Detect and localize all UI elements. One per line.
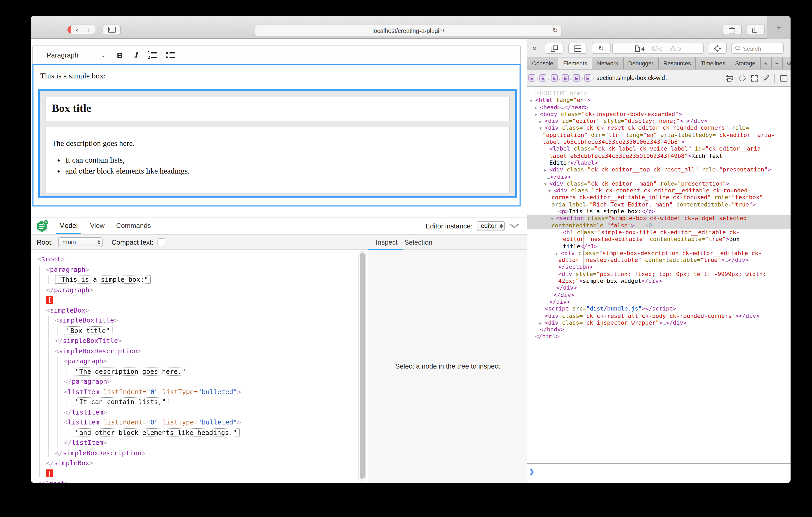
disclosure-closed-icon[interactable]: ▶ — [535, 104, 537, 111]
simple-box-title[interactable]: Box title — [46, 97, 510, 121]
disclosure-closed-icon[interactable]: ▶ — [544, 167, 547, 174]
model-tree-line[interactable]: [ — [31, 295, 368, 305]
model-tree-line[interactable]: <simpleBox> — [31, 305, 368, 315]
paragraph-style-dropdown[interactable]: Paragraph — [47, 51, 101, 59]
source-line[interactable]: ▶<div class="ck ck-editor__top ck-reset_… — [527, 166, 790, 174]
source-line[interactable]: 42px;">simple box widget</div> — [527, 278, 790, 285]
source-line[interactable]: ▼<body class="ck-inspector-body-expanded… — [527, 111, 790, 118]
model-tree-line[interactable]: <paragraph> — [31, 356, 368, 366]
source-line[interactable]: </section> — [527, 264, 790, 271]
inspector-tab-view[interactable]: View — [90, 217, 105, 234]
element-picker-button[interactable] — [708, 43, 727, 54]
disclosure-open-icon[interactable]: ▼ — [544, 181, 547, 188]
compact-text-checkbox[interactable] — [158, 238, 166, 246]
sidebar-toggle-button[interactable] — [103, 25, 121, 35]
editor-editable-area[interactable]: This is a simple box: Box title The desc… — [32, 64, 521, 207]
devtools-search-field[interactable]: Search — [731, 43, 784, 54]
source-line[interactable]: <p>This is a simple box:</p> — [527, 208, 790, 215]
breadcrumb-element-badge[interactable]: E — [551, 74, 557, 82]
source-line[interactable]: Editor</label> — [527, 159, 790, 166]
source-line[interactable]: ▶<head>…</head> — [527, 104, 790, 111]
breadcrumb-current[interactable]: section.simple-box.ck-wid… — [597, 75, 671, 81]
model-tree-line[interactable]: </listItem> — [31, 407, 368, 417]
tab-overflow-button[interactable]: » — [760, 58, 772, 69]
source-line[interactable]: ▼<div class="ck ck-content ck-editor__ed… — [527, 187, 790, 194]
intro-paragraph[interactable]: This is a simple box: — [40, 71, 520, 81]
model-tree-line[interactable]: "This is a simple box:" — [31, 274, 368, 285]
model-tree-line[interactable]: <simpleBoxDescription> — [31, 346, 368, 356]
disclosure-closed-icon[interactable]: ▶ — [556, 250, 558, 257]
bulleted-list-button[interactable] — [166, 51, 176, 59]
new-tab-button[interactable]: + — [767, 16, 790, 39]
source-line[interactable]: </html> — [527, 333, 790, 340]
list-item[interactable]: and other block elements like headings. — [65, 167, 509, 176]
inspector-tab-commands[interactable]: Commands — [116, 217, 151, 234]
breadcrumb-element-badge[interactable]: E — [584, 74, 591, 82]
devtools-tab-resources[interactable]: Resources — [659, 58, 696, 69]
source-line[interactable]: …</div> — [527, 173, 790, 180]
source-line[interactable]: aria-label="Rich Text Editor, main" cont… — [527, 201, 790, 208]
breadcrumb-element-badge[interactable]: E — [540, 74, 547, 82]
model-tree-line[interactable]: </simpleBox> — [31, 458, 368, 468]
source-line[interactable]: </div> — [527, 292, 790, 299]
share-button[interactable] — [722, 25, 742, 35]
close-devtools-button[interactable]: ✕ — [529, 43, 539, 54]
disclosure-closed-icon[interactable]: ▶ — [540, 118, 542, 125]
devtools-tab-elements[interactable]: Elements — [558, 58, 592, 69]
source-line[interactable]: <label class="ck ck-label ck-voice-label… — [527, 146, 790, 153]
disclosure-open-icon[interactable]: ▼ — [535, 111, 537, 118]
add-tab-button[interactable]: + — [772, 58, 783, 69]
model-tree-line[interactable]: "The description goes here." — [31, 366, 368, 376]
devtools-tab-console[interactable]: Console — [527, 58, 558, 69]
breadcrumb-element-badge[interactable]: E — [573, 74, 580, 82]
breadcrumb-element-badge[interactable]: E — [528, 74, 535, 82]
model-tree-line[interactable]: <simpleBoxTitle> — [31, 315, 368, 326]
description-list[interactable]: It can contain lists, and other block el… — [52, 156, 509, 176]
source-line[interactable]: </div> — [527, 299, 790, 306]
side-tab-selection[interactable]: Selection — [404, 235, 432, 250]
breadcrumb-element-badge[interactable]: E — [562, 74, 569, 82]
model-tree-line[interactable]: <paragraph> — [31, 264, 368, 274]
model-tree-line[interactable]: "Box title" — [31, 326, 368, 336]
dom-source-tree[interactable]: <!DOCTYPE html>▼<html lang="en">▶<head>…… — [527, 87, 790, 463]
model-tree-line[interactable]: </simpleBoxDescription> — [31, 448, 368, 458]
source-line[interactable]: label_e63cbbfece34c53ce23501062343f49b8"… — [527, 139, 790, 146]
source-line[interactable]: contenteditable="false"> = $0 — [527, 222, 790, 229]
disclosure-open-icon[interactable]: ▼ — [530, 97, 532, 104]
settings-tab-button[interactable]: ⚙ — [783, 58, 790, 69]
model-tree-line[interactable]: </listItem> — [31, 437, 368, 448]
source-line[interactable]: <h1 class="simple-box-title ck-editor__e… — [527, 229, 790, 236]
model-tree-line[interactable]: ] — [31, 468, 368, 478]
list-item[interactable]: It can contain lists, — [65, 156, 509, 165]
devtools-tab-debugger[interactable]: Debugger — [624, 58, 659, 69]
simple-box-widget[interactable]: Box title The description goes here. It … — [38, 89, 517, 197]
source-line[interactable]: <script src="dist/bundle.js"></script> — [527, 305, 790, 312]
reload-icon[interactable]: ↻ — [552, 27, 558, 34]
disclosure-open-icon[interactable]: ▼ — [548, 188, 551, 195]
print-styles-icon[interactable] — [726, 75, 733, 82]
bold-button[interactable]: B — [117, 51, 123, 59]
description-paragraph[interactable]: The description goes here. — [52, 139, 509, 148]
source-line[interactable]: <div style="position: fixed; top: 0px; l… — [527, 271, 790, 278]
dock-side-button[interactable] — [568, 43, 587, 54]
editor-instance-select[interactable]: editor — [476, 221, 505, 231]
model-tree-line[interactable]: "and other block elements like headings.… — [31, 427, 368, 437]
source-line[interactable]: editor__nested-editable" contenteditable… — [527, 257, 790, 264]
layout-grid-icon[interactable] — [751, 75, 758, 81]
model-tree-line[interactable]: <listItem listIndent="0" listType="bulle… — [31, 387, 368, 397]
source-line[interactable]: editor__nested-editable" contenteditable… — [527, 236, 790, 243]
model-tree-scrollbar[interactable] — [358, 251, 366, 482]
numbered-list-button[interactable]: 12 — [148, 51, 158, 59]
model-tree[interactable]: <$root><paragraph>"This is a simple box:… — [31, 250, 368, 483]
side-tab-inspect[interactable]: Inspect — [376, 235, 398, 250]
address-bar[interactable]: localhost/creating-a-plugin/ ↻ — [255, 25, 562, 37]
model-tree-line[interactable]: "It can contain lists," — [31, 397, 368, 407]
source-line[interactable]: "application" dir="ltr" lang="en" aria-l… — [527, 132, 790, 139]
source-line[interactable]: ▼<div class="ck ck-reset ck-editor ck-ro… — [527, 125, 790, 132]
details-sidebar-icon[interactable] — [780, 75, 787, 81]
chevron-down-icon[interactable]: ⌄ — [101, 52, 106, 58]
root-select[interactable]: main — [58, 237, 103, 247]
source-line[interactable]: label_e63cbbfece34c53ce23501062343f49b8"… — [527, 152, 790, 159]
model-tree-line[interactable]: </paragraph> — [31, 285, 368, 295]
console-prompt-bar[interactable]: ❯ — [527, 463, 790, 483]
